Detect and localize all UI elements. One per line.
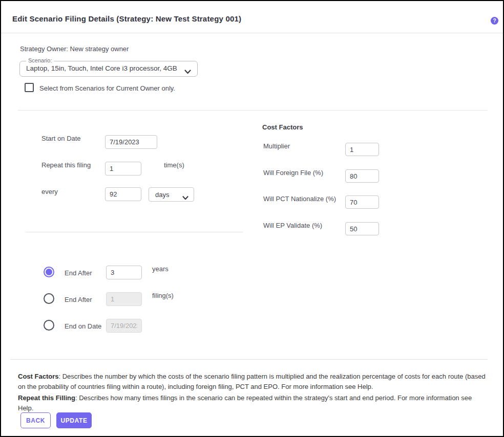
repeat-times-suffix: time(s)	[164, 161, 184, 169]
schedule-divider	[26, 232, 243, 232]
every-unit-value: days	[155, 191, 169, 199]
every-interval-input[interactable]	[105, 187, 141, 201]
cost-factors-footnote: Cost Factors: Describes the number by wh…	[18, 372, 487, 392]
start-on-date-input[interactable]	[105, 135, 157, 149]
will-foreign-file-input[interactable]	[345, 169, 379, 183]
cost-factors-footnote-term: Cost Factors	[18, 373, 58, 380]
scenario-select-value: Laptop, 15in, Touch, Intel Core i3 proce…	[26, 64, 177, 72]
update-button[interactable]: UPDATE	[56, 412, 92, 428]
will-pct-nationalize-label: Will PCT Nationalize (%)	[263, 195, 336, 203]
repeat-filling-footnote-text: : Describes how many times filings in th…	[18, 394, 472, 412]
section-divider-top	[18, 110, 488, 111]
scenario-select[interactable]: Scenario: Laptop, 15in, Touch, Intel Cor…	[19, 61, 198, 77]
repeat-times-input[interactable]	[105, 162, 141, 176]
end-after-years-input[interactable]	[106, 266, 142, 279]
strategy-owner-text: Strategy Owner: New strategy owner	[20, 45, 129, 53]
repeat-filing-label: Repeat this filing	[41, 161, 91, 169]
cost-factors-footnote-text: : Describes the number by which the cost…	[18, 373, 486, 390]
page-title: Edit Scenario Filing Details (Strategy: …	[12, 14, 241, 23]
header-divider	[1, 33, 503, 33]
end-after-years-suffix: years	[152, 265, 169, 273]
edit-scenario-filing-dialog: Edit Scenario Filing Details (Strategy: …	[0, 0, 504, 437]
end-on-date-input[interactable]	[106, 319, 142, 333]
will-pct-nationalize-input[interactable]	[345, 195, 379, 209]
chevron-down-icon	[184, 67, 191, 76]
end-after-years-radio[interactable]	[44, 267, 54, 277]
end-after-filings-suffix: filing(s)	[152, 292, 174, 299]
end-after-filings-input[interactable]	[106, 292, 142, 306]
end-after-filings-radio[interactable]	[44, 293, 54, 304]
scenario-select-label: Scenario:	[26, 57, 54, 63]
current-owner-only-label: Select from Scenarios for Current Owner …	[39, 84, 175, 92]
back-button[interactable]: BACK	[20, 412, 51, 428]
multiplier-input[interactable]	[345, 143, 379, 156]
footer-divider	[10, 359, 488, 360]
cost-factors-heading: Cost Factors	[262, 123, 303, 131]
repeat-filling-footnote: Repeat this Filling: Describes how many …	[18, 393, 487, 413]
start-on-date-label: Start on Date	[41, 135, 81, 142]
will-foreign-file-label: Will Foreign File (%)	[263, 169, 323, 177]
will-ep-validate-label: Will EP Validate (%)	[263, 222, 322, 229]
end-after-years-label: End After	[65, 269, 92, 277]
every-unit-select[interactable]: days	[149, 187, 194, 202]
every-label: every	[41, 188, 58, 195]
help-icon[interactable]: ?	[491, 17, 498, 25]
repeat-filling-footnote-term: Repeat this Filling	[18, 394, 75, 402]
end-after-filings-label: End After	[65, 296, 92, 303]
will-ep-validate-input[interactable]	[345, 222, 379, 235]
end-on-date-radio[interactable]	[44, 320, 54, 331]
current-owner-only-checkbox[interactable]	[25, 83, 34, 92]
end-on-date-label: End on Date	[65, 322, 101, 330]
chevron-down-icon	[182, 193, 188, 202]
multiplier-label: Multiplier	[263, 142, 290, 150]
